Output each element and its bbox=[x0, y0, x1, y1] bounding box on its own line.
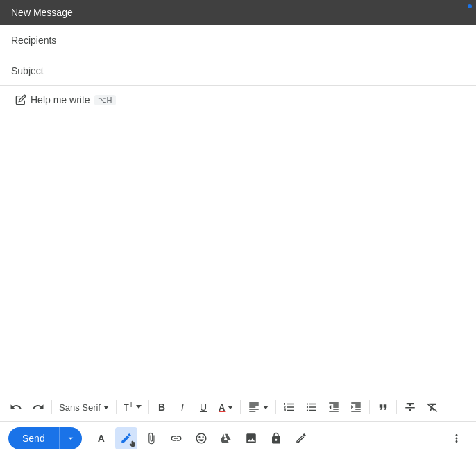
link-icon bbox=[170, 432, 182, 445]
format-text-button[interactable]: A bbox=[90, 427, 112, 449]
align-icon bbox=[248, 401, 260, 413]
format-text-icon: A bbox=[98, 433, 105, 444]
attach-icon bbox=[145, 432, 158, 445]
shortcut-badge: ⌥H bbox=[94, 95, 116, 105]
attach-button[interactable] bbox=[140, 427, 162, 449]
redo-icon bbox=[32, 401, 44, 413]
compose-window: New Message Recipients Subject Help me w… bbox=[0, 0, 476, 455]
numbered-list-icon bbox=[283, 401, 296, 413]
recipients-row: Recipients bbox=[0, 25, 476, 55]
notification-dot bbox=[468, 4, 472, 8]
more-options-icon bbox=[450, 432, 463, 445]
more-options-button[interactable] bbox=[445, 427, 468, 449]
align-button[interactable] bbox=[244, 398, 273, 416]
confidential-button[interactable] bbox=[265, 427, 287, 449]
compose-area: Help me write ⌥H bbox=[0, 86, 476, 393]
strikethrough-button[interactable] bbox=[400, 397, 420, 417]
send-button-group: Send bbox=[8, 427, 82, 449]
compose-title: New Message bbox=[11, 7, 73, 18]
clear-format-icon bbox=[426, 401, 439, 413]
font-size-label: TT bbox=[124, 401, 133, 413]
numbered-list-button[interactable] bbox=[279, 397, 300, 417]
drive-icon bbox=[220, 432, 232, 445]
underline-button[interactable]: U bbox=[194, 397, 213, 417]
formatting-toolbar: Sans Serif TT B I U bbox=[0, 393, 476, 421]
signature-icon bbox=[295, 432, 307, 445]
divider-1 bbox=[51, 400, 52, 414]
signature-button[interactable] bbox=[290, 427, 312, 449]
ai-edit-button[interactable] bbox=[115, 427, 137, 449]
divider-3 bbox=[148, 400, 149, 414]
font-family-chevron-icon bbox=[103, 406, 109, 409]
help-me-write-button[interactable]: Help me write ⌥H bbox=[11, 92, 465, 108]
edit-area[interactable] bbox=[11, 108, 465, 387]
text-color-button[interactable]: A bbox=[214, 400, 237, 415]
font-family-selector[interactable]: Sans Serif bbox=[55, 400, 113, 415]
divider-5 bbox=[275, 400, 276, 414]
divider-4 bbox=[240, 400, 241, 414]
send-button[interactable]: Send bbox=[8, 427, 59, 449]
cursor-icon bbox=[128, 438, 137, 448]
divider-6 bbox=[369, 400, 370, 414]
indent-less-button[interactable] bbox=[323, 397, 344, 417]
drive-button[interactable] bbox=[215, 427, 237, 449]
quote-icon bbox=[377, 401, 389, 413]
text-color-chevron-icon bbox=[228, 406, 233, 409]
redo-button[interactable] bbox=[28, 397, 49, 417]
emoji-button[interactable] bbox=[190, 427, 212, 449]
emoji-icon bbox=[195, 432, 207, 445]
link-button[interactable] bbox=[165, 427, 187, 449]
send-dropdown-icon bbox=[65, 433, 76, 444]
bullet-list-icon bbox=[305, 401, 318, 413]
bullet-list-button[interactable] bbox=[301, 397, 322, 417]
italic-button[interactable]: I bbox=[173, 397, 192, 417]
divider-2 bbox=[116, 400, 117, 414]
undo-icon bbox=[10, 401, 22, 413]
photo-icon bbox=[245, 432, 257, 445]
indent-more-icon bbox=[350, 401, 362, 413]
help-me-write-label: Help me write bbox=[31, 94, 90, 105]
clear-format-button[interactable] bbox=[422, 397, 443, 417]
recipients-label: Recipients bbox=[11, 35, 56, 46]
text-color-label: A bbox=[219, 402, 225, 413]
font-size-chevron-icon bbox=[136, 405, 142, 409]
photo-button[interactable] bbox=[240, 427, 262, 449]
quote-button[interactable] bbox=[373, 397, 393, 417]
subject-label: Subject bbox=[11, 65, 44, 76]
compose-header: New Message bbox=[0, 0, 476, 25]
subject-row: Subject bbox=[0, 55, 476, 86]
send-dropdown-button[interactable] bbox=[59, 427, 82, 449]
subject-input[interactable] bbox=[44, 65, 465, 76]
strikethrough-icon bbox=[404, 401, 416, 413]
pencil-sparkle-icon bbox=[15, 94, 26, 105]
italic-icon: I bbox=[181, 402, 184, 413]
divider-7 bbox=[396, 400, 397, 414]
bold-icon: B bbox=[158, 402, 165, 413]
bold-button[interactable]: B bbox=[152, 397, 171, 417]
compose-body: Recipients Subject Help me write ⌥H bbox=[0, 25, 476, 455]
recipients-input[interactable] bbox=[56, 35, 465, 46]
lock-icon bbox=[270, 432, 282, 445]
underline-icon: U bbox=[200, 402, 207, 413]
align-chevron-icon bbox=[263, 406, 269, 409]
undo-button[interactable] bbox=[6, 397, 26, 417]
shortcut-text: ⌥H bbox=[98, 96, 112, 105]
bottom-toolbar: Send A bbox=[0, 421, 476, 455]
font-family-label: Sans Serif bbox=[59, 402, 101, 413]
indent-more-button[interactable] bbox=[346, 397, 366, 417]
font-size-selector[interactable]: TT bbox=[119, 398, 146, 415]
indent-less-icon bbox=[328, 401, 340, 413]
